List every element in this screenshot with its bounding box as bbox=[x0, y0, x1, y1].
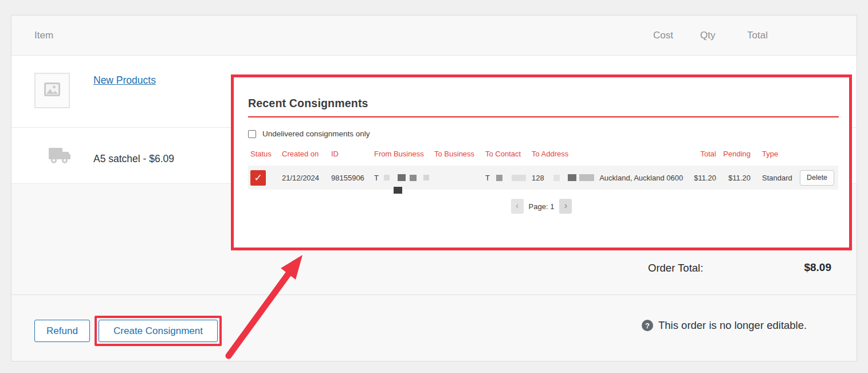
col-actions bbox=[800, 150, 835, 158]
cell-status: ✓ bbox=[248, 170, 282, 186]
refund-button[interactable]: Refund bbox=[34, 320, 90, 342]
filter-row: Undelivered consignments only bbox=[248, 129, 849, 138]
cell-pending: $11.20 bbox=[717, 174, 753, 182]
cell-from-business: T bbox=[374, 174, 434, 182]
image-placeholder-icon bbox=[44, 82, 61, 99]
panel-title: Recent Consignments bbox=[248, 97, 849, 110]
cell-id: 98155906 bbox=[331, 174, 374, 182]
create-consignment-button[interactable]: Create Consignment bbox=[99, 320, 218, 342]
shipping-item-name: A5 satchel - $6.09 bbox=[93, 153, 174, 165]
cell-type: Standard bbox=[753, 174, 800, 182]
column-header-item: Item bbox=[34, 30, 53, 41]
redacted-block bbox=[553, 175, 560, 181]
redacted-block bbox=[568, 174, 576, 181]
column-header-cost: Cost bbox=[653, 30, 673, 41]
cell-to-address: 128 Auckland, Auckland 0600 bbox=[532, 174, 692, 182]
col-total: Total bbox=[692, 150, 717, 158]
footer-divider bbox=[11, 295, 857, 295]
col-from-business: From Business bbox=[374, 150, 434, 158]
undelivered-only-checkbox[interactable] bbox=[248, 130, 256, 138]
to-address-number: 128 bbox=[532, 174, 544, 182]
consignments-table-header: Status Created on ID From Business To Bu… bbox=[248, 150, 838, 166]
title-underline bbox=[248, 116, 839, 117]
redacted-block bbox=[410, 175, 417, 181]
col-id: ID bbox=[331, 150, 374, 158]
to-address-city: Auckland, Auckland 0600 bbox=[599, 174, 683, 182]
column-header-total: Total bbox=[747, 30, 768, 41]
redacted-block bbox=[423, 175, 429, 180]
page-indicator: Page: 1 bbox=[529, 202, 555, 211]
cell-total: $11.20 bbox=[692, 174, 717, 182]
chevron-right-icon[interactable]: › bbox=[559, 199, 572, 214]
col-to-business: To Business bbox=[434, 150, 485, 158]
column-header-qty: Qty bbox=[700, 30, 715, 41]
consignments-table: Status Created on ID From Business To Bu… bbox=[248, 150, 838, 190]
redacted-block bbox=[496, 175, 502, 181]
delete-consignment-button[interactable]: Delete bbox=[800, 170, 834, 186]
chevron-left-icon[interactable]: ‹ bbox=[511, 199, 524, 214]
redacted-block bbox=[398, 174, 406, 181]
status-checked-checkbox[interactable]: ✓ bbox=[250, 170, 266, 186]
redacted-block bbox=[579, 174, 594, 181]
order-total-value: $8.09 bbox=[804, 261, 831, 274]
order-items-header: Item Cost Qty Total bbox=[11, 15, 857, 56]
redacted-block bbox=[394, 187, 402, 194]
col-to-address: To Address bbox=[532, 150, 692, 158]
order-locked-notice: ? This order is no longer editable. bbox=[642, 319, 807, 332]
help-icon[interactable]: ? bbox=[642, 320, 653, 331]
truck-icon bbox=[47, 146, 72, 168]
redacted-block bbox=[384, 175, 390, 180]
cell-created-on: 21/12/2024 bbox=[282, 174, 331, 182]
order-locked-text: This order is no longer editable. bbox=[658, 319, 807, 332]
col-created-on: Created on bbox=[282, 150, 331, 158]
undelivered-only-label: Undelivered consignments only bbox=[262, 129, 370, 138]
recent-consignments-panel: Recent Consignments Undelivered consignm… bbox=[231, 74, 852, 250]
col-type: Type bbox=[753, 150, 800, 158]
redacted-block bbox=[512, 175, 526, 181]
to-contact-initial: T bbox=[485, 174, 490, 182]
consignment-row: ✓ 21/12/2024 98155906 T T 128 bbox=[248, 166, 838, 190]
product-thumbnail-placeholder bbox=[34, 73, 70, 108]
col-status: Status bbox=[248, 150, 282, 158]
cell-actions: Delete bbox=[800, 170, 835, 186]
from-business-initial: T bbox=[374, 174, 379, 182]
order-total-label: Order Total: bbox=[648, 262, 703, 274]
product-link[interactable]: New Products bbox=[93, 74, 156, 87]
col-pending: Pending bbox=[717, 150, 753, 158]
cell-to-contact: T bbox=[485, 174, 532, 182]
col-to-contact: To Contact bbox=[485, 150, 532, 158]
create-consignment-highlight-box: Create Consignment bbox=[95, 316, 222, 346]
pagination: ‹ Page: 1 › bbox=[234, 199, 849, 214]
